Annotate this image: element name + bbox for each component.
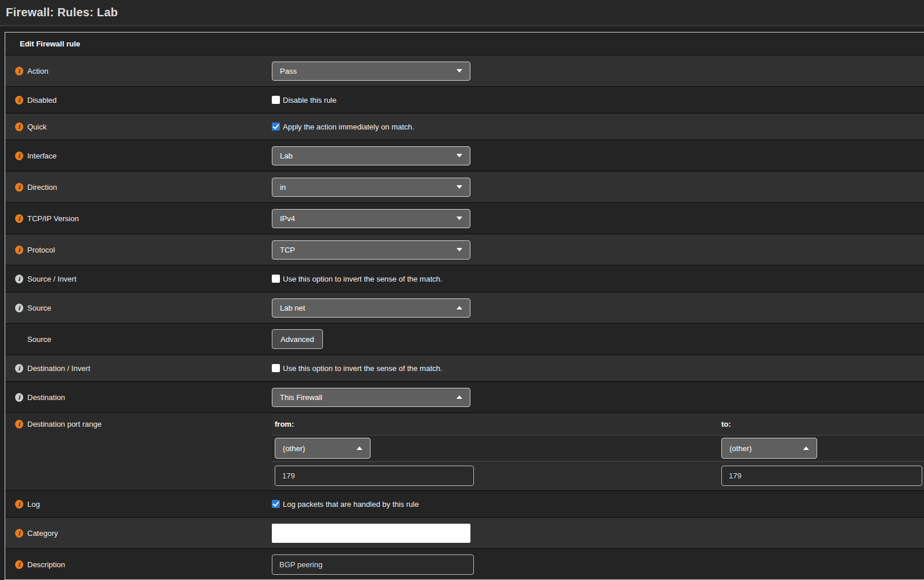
- page-title: Firewall: Rules: Lab: [6, 6, 118, 19]
- chevron-down-icon: [456, 154, 462, 157]
- field-label-destination: Destination: [27, 393, 65, 402]
- form-row-direction: Direction in: [5, 171, 924, 202]
- field-label-log: Log: [27, 500, 40, 509]
- chevron-up-icon: [456, 306, 462, 309]
- chevron-up-icon: [803, 446, 809, 450]
- info-icon[interactable]: [15, 420, 23, 428]
- destination-select-value: This Firewall: [280, 393, 322, 402]
- field-label-direction: Direction: [27, 183, 57, 192]
- form-row-interface: Interface Lab: [5, 139, 924, 171]
- field-label-source-advanced: Source: [27, 335, 51, 344]
- field-label-destination-invert: Destination / Invert: [27, 364, 90, 373]
- quick-checkbox-label: Apply the action immediately on match.: [283, 123, 414, 131]
- port-to-select-value: (other): [729, 444, 752, 453]
- protocol-select[interactable]: TCP: [272, 240, 470, 260]
- form-row-log: Log Log packets that are handled by this…: [5, 490, 924, 517]
- form-row-description: Description: [5, 548, 924, 579]
- field-label-interface: Interface: [27, 152, 57, 160]
- info-icon[interactable]: [15, 246, 23, 254]
- description-input[interactable]: [272, 554, 474, 575]
- edit-firewall-rule-panel: Edit Firewall rule Action Pass Disabled …: [5, 32, 924, 580]
- form-row-source: Source Lab net: [5, 291, 924, 323]
- field-label-description: Description: [27, 560, 65, 569]
- field-label-source-invert: Source / Invert: [27, 275, 77, 283]
- log-checkbox-label: Log packets that are handled by this rul…: [283, 500, 419, 509]
- source-select[interactable]: Lab net: [272, 298, 470, 318]
- disabled-checkbox-label: Disable this rule: [283, 96, 337, 105]
- action-select-value: Pass: [280, 67, 297, 75]
- field-label-disabled: Disabled: [27, 96, 57, 105]
- info-icon[interactable]: [15, 214, 23, 223]
- info-icon[interactable]: [15, 560, 23, 569]
- form-row-destination: Destination This Firewall: [5, 381, 924, 412]
- chevron-down-icon: [456, 248, 462, 251]
- form-row-source-advanced: Source Advanced: [5, 323, 924, 354]
- source-invert-checkbox[interactable]: [272, 275, 280, 283]
- port-from-select[interactable]: (other): [275, 438, 371, 459]
- field-label-protocol: Protocol: [27, 246, 55, 254]
- info-icon[interactable]: [15, 304, 23, 312]
- chevron-up-icon: [456, 395, 462, 399]
- info-icon[interactable]: [15, 123, 23, 131]
- direction-select[interactable]: in: [272, 178, 470, 197]
- form-row-ip-version: TCP/IP Version IPv4: [5, 202, 924, 233]
- interface-select[interactable]: Lab: [272, 146, 470, 165]
- destination-select[interactable]: This Firewall: [272, 388, 470, 407]
- source-invert-checkbox-label: Use this option to invert the sense of t…: [283, 275, 443, 283]
- direction-select-value: in: [280, 183, 286, 192]
- form-row-category: Category: [5, 517, 924, 548]
- chevron-up-icon: [357, 446, 362, 450]
- form-row-quick: Quick Apply the action immediately on ma…: [5, 113, 924, 139]
- field-label-action: Action: [27, 67, 48, 75]
- port-to-select[interactable]: (other): [721, 438, 817, 459]
- log-checkbox[interactable]: [272, 500, 280, 508]
- source-select-value: Lab net: [280, 304, 305, 312]
- quick-checkbox[interactable]: [272, 123, 280, 131]
- chevron-down-icon: [456, 185, 462, 189]
- protocol-select-value: TCP: [280, 246, 295, 254]
- destination-invert-checkbox[interactable]: [272, 364, 280, 372]
- info-icon[interactable]: [15, 364, 23, 373]
- disabled-checkbox[interactable]: [272, 96, 280, 104]
- category-input[interactable]: [272, 524, 470, 543]
- info-icon[interactable]: [15, 67, 23, 75]
- page-header: Firewall: Rules: Lab: [0, 0, 924, 26]
- port-from-select-value: (other): [283, 444, 305, 453]
- field-label-source: Source: [27, 304, 51, 312]
- info-icon[interactable]: [15, 529, 23, 538]
- form-row-disabled: Disabled Disable this rule: [5, 86, 924, 113]
- field-label-destination-port-range: Destination port range: [27, 420, 102, 428]
- port-from-input[interactable]: [275, 466, 474, 486]
- field-label-quick: Quick: [27, 123, 46, 131]
- chevron-down-icon: [456, 69, 462, 73]
- info-icon[interactable]: [15, 183, 23, 192]
- panel-title: Edit Firewall rule: [5, 33, 924, 55]
- form-row-action: Action Pass: [5, 55, 924, 86]
- ip-version-select[interactable]: IPv4: [272, 209, 470, 228]
- info-icon[interactable]: [15, 393, 23, 402]
- port-to-input[interactable]: [721, 466, 922, 486]
- info-icon[interactable]: [15, 275, 23, 283]
- field-label-ip-version: TCP/IP Version: [27, 214, 79, 223]
- destination-invert-checkbox-label: Use this option to invert the sense of t…: [283, 364, 443, 373]
- source-advanced-button[interactable]: Advanced: [272, 329, 323, 349]
- form-row-source-invert: Source / Invert Use this option to inver…: [5, 265, 924, 291]
- form-row-destination-invert: Destination / Invert Use this option to …: [5, 354, 924, 381]
- action-select[interactable]: Pass: [272, 62, 470, 81]
- form-row-destination-port-range: Destination port range from: to: (other)…: [5, 412, 924, 490]
- port-from-label: from:: [275, 420, 294, 428]
- form-row-protocol: Protocol TCP: [5, 233, 924, 265]
- interface-select-value: Lab: [280, 152, 293, 160]
- info-icon[interactable]: [15, 152, 23, 160]
- chevron-down-icon: [456, 217, 462, 220]
- info-icon[interactable]: [15, 500, 23, 509]
- ip-version-select-value: IPv4: [280, 214, 295, 223]
- port-to-label: to:: [721, 420, 731, 428]
- info-icon[interactable]: [15, 96, 23, 105]
- field-label-category: Category: [27, 529, 58, 538]
